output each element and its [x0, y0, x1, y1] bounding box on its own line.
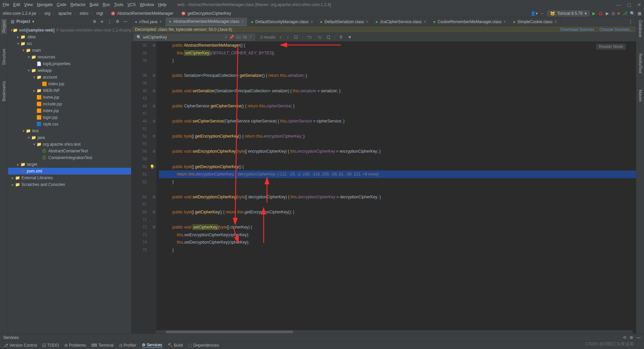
close-tab-icon[interactable]: × [311, 19, 313, 24]
tree-node[interactable]: 🟧home.jsp [8, 94, 131, 101]
editor-tab[interactable]: ●CookieRememberMeManager.class× [430, 17, 509, 26]
chevron-down-icon[interactable]: ▾ [32, 19, 34, 24]
menu-code[interactable]: Code [57, 2, 66, 7]
breadcrumb-item[interactable]: shiro [79, 11, 88, 16]
fold-gutter[interactable]: ⊟⊟⊟⊟⊟⊟⊟⊟⊟⊟⊟ [152, 42, 156, 334]
editor-tab[interactable]: ●AbstractRememberMeManager.class× [165, 17, 248, 26]
minimize-icon[interactable]: — [616, 2, 621, 7]
select-all-icon[interactable]: ☐ [293, 35, 299, 40]
bottom-tool-problems[interactable]: ⊘Problems [64, 343, 86, 348]
code-source[interactable]: public AbstractRememberMeManager() { thi… [156, 42, 636, 334]
run-icon[interactable]: ▶ [592, 11, 595, 16]
close-tab-icon[interactable]: × [424, 19, 426, 24]
hide-icon[interactable]: — [122, 19, 128, 24]
close-tab-icon[interactable]: × [366, 19, 368, 24]
filter-icon[interactable]: ⚲ [338, 35, 344, 40]
menu-navigate[interactable]: Navigate [37, 2, 53, 7]
tool-tab-structure[interactable]: Structure [1, 47, 7, 66]
download-sources-link[interactable]: Download Sources [560, 27, 594, 32]
clear-icon[interactable]: × [224, 35, 228, 40]
expand-all-icon[interactable]: ≑ [99, 19, 105, 24]
tree-node[interactable]: ▸📁target [8, 161, 131, 168]
next-match-icon[interactable]: ↓ [285, 35, 290, 40]
bottom-tool-terminal[interactable]: ⌨Terminal [91, 343, 113, 348]
tree-node[interactable]: ▾📁account [8, 74, 131, 81]
tree-node[interactable]: 🟧index.jsp [8, 107, 131, 114]
stop-icon[interactable]: ■ [618, 11, 620, 16]
gear-icon[interactable]: ⚙ [115, 19, 120, 24]
editor-tab[interactable]: ●JcaCipherService.class× [372, 17, 430, 26]
prev-match-icon[interactable]: ↑ [278, 35, 283, 40]
gear-icon[interactable]: ⚙ [630, 335, 633, 340]
menu-file[interactable]: File [3, 2, 9, 7]
run-config-selector[interactable]: 🐱 Tomcat 8.5.79 ▾ [547, 10, 589, 16]
close-tab-icon[interactable]: × [554, 19, 557, 24]
bottom-tool-version-control[interactable]: ⎇Version Control [3, 343, 37, 348]
tree-node[interactable]: ▾📁webapp [8, 67, 131, 74]
tree-node[interactable]: ▾📁web [samples-web]F:\javasec-env\shiro-… [8, 27, 131, 34]
bottom-tool-services[interactable]: ⚙Services [142, 343, 162, 348]
tool-tab-project[interactable]: Project [1, 19, 7, 34]
tree-node[interactable]: 📄log4j.properties [8, 60, 131, 67]
tree-node[interactable]: ▸📁External Libraries [8, 174, 131, 181]
menu-run[interactable]: Run [103, 2, 110, 7]
close-tab-icon[interactable]: × [159, 19, 162, 24]
pin-icon[interactable]: 📌 [228, 35, 235, 40]
bottom-tool-dependencies[interactable]: ⬚Dependencies [188, 343, 219, 348]
find-input-wrapper[interactable]: 🔍 × 📌 Cc W .* [134, 34, 255, 41]
select-occurrences-icon[interactable]: ☐̤ [325, 35, 332, 40]
bottom-tool-todo[interactable]: ☑TODO [42, 343, 59, 348]
maximize-icon[interactable]: ▢ [627, 2, 631, 7]
tree-node[interactable]: ▾📁org.apache.shiro.test [8, 141, 131, 148]
menu-build[interactable]: Build [90, 2, 99, 7]
tree-node[interactable]: ▾📁test [8, 128, 131, 134]
menu-vcs[interactable]: VCS [127, 2, 136, 7]
case-toggle[interactable]: Cc [235, 35, 242, 40]
tree-node[interactable]: ⒸAbstractContainerTest [8, 148, 131, 154]
close-icon[interactable]: ✕ [637, 2, 641, 7]
tree-node[interactable]: ▸📁Scratches and Consoles [8, 181, 131, 188]
breadcrumb-item[interactable]: AbstractRememberMeManager [117, 11, 173, 16]
regex-toggle[interactable]: .* [248, 35, 253, 40]
editor-tab[interactable]: ●DefaultSerializer.class× [317, 17, 372, 26]
menu-help[interactable]: Help [158, 2, 166, 7]
debug-icon[interactable]: 🐞 [598, 11, 603, 16]
close-tab-icon[interactable]: × [503, 19, 506, 24]
project-tool-title[interactable]: Project [16, 19, 30, 24]
breadcrumb-item[interactable]: org [45, 11, 50, 16]
tree-node[interactable]: ⒸContainerIntegrationTest [8, 154, 131, 161]
menu-refactor[interactable]: Refactor [70, 2, 86, 7]
bottom-tool-build[interactable]: 🔨Build [168, 343, 183, 348]
tree-node[interactable]: 🟦style.css [8, 121, 131, 128]
tool-tab-bookmarks[interactable]: Bookmarks [1, 80, 7, 103]
editor-tab[interactable]: ●nTest.java× [131, 17, 165, 26]
line-gutter[interactable]: 3233343639404344474851525556596061626467… [131, 42, 152, 334]
word-toggle[interactable]: W [242, 35, 248, 40]
breadcrumb-item[interactable]: mgt [96, 11, 103, 16]
remove-selection-icon[interactable]: ⁻□ [316, 35, 323, 40]
services-panel-header[interactable]: Services ⟲ ⚙ — [0, 334, 644, 341]
breadcrumb-item[interactable]: shiro-core-1.2.4.jar [3, 11, 37, 16]
menu-edit[interactable]: Edit [13, 2, 20, 7]
user-icon[interactable]: 👤▾ [531, 11, 538, 16]
tree-node[interactable]: 🟧login.jsp [8, 114, 131, 121]
coverage-icon[interactable]: ▶ [606, 11, 609, 16]
profile-icon[interactable]: ◷ [611, 11, 615, 16]
menu-tools[interactable]: Tools [114, 2, 123, 7]
tool-tab-restful[interactable]: RestfulTool [637, 52, 643, 74]
hide-icon[interactable]: — [637, 335, 641, 340]
tree-node[interactable]: ▾📁src [8, 40, 131, 47]
search-icon[interactable]: 🔍 [630, 11, 635, 16]
git-icon[interactable]: ⎇ [623, 11, 627, 16]
close-tab-icon[interactable]: × [241, 19, 244, 24]
tree-node[interactable]: ▾📁main [8, 47, 131, 54]
bottom-tool-profiler[interactable]: ◷Profiler [119, 343, 137, 348]
collapse-all-icon[interactable]: ⋮ [107, 19, 113, 24]
breadcrumb[interactable]: shiro-core-1.2.4.jar〉org〉apache〉shiro〉mg… [3, 10, 231, 16]
breadcrumb-item[interactable]: apache [58, 11, 71, 16]
find-input[interactable] [143, 35, 224, 40]
menu-window[interactable]: Window [140, 2, 154, 7]
horizontal-scrollbar[interactable] [156, 330, 633, 334]
breadcrumb-item[interactable]: getDecryptionCipherKey [187, 11, 231, 16]
tree-node[interactable]: ▸📁.idea [8, 34, 131, 40]
